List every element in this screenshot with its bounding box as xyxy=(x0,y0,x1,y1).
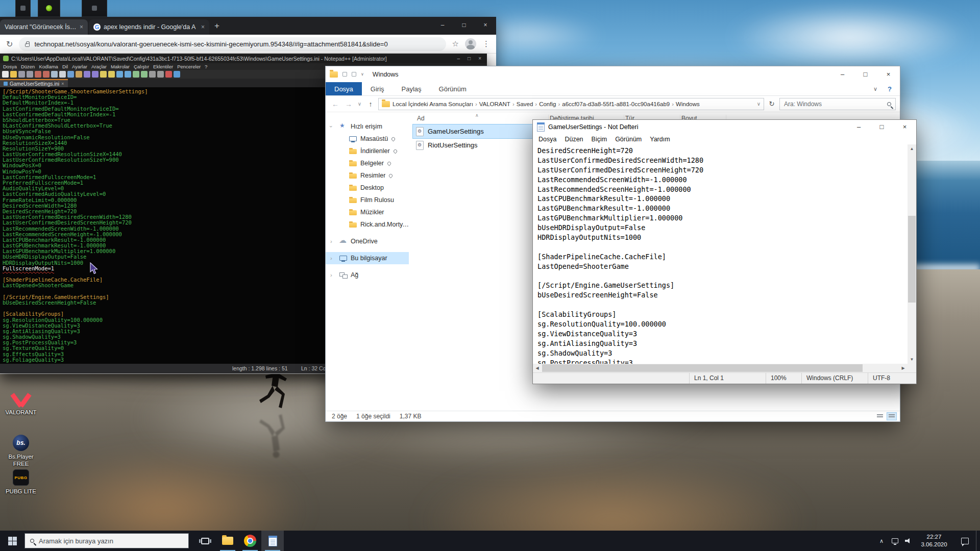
sidebar-item[interactable]: Rick.and.Morty.S04... xyxy=(326,218,409,231)
sidebar-item[interactable]: Bu bilgisayar xyxy=(326,252,409,264)
ribbon-tab[interactable]: Giriş xyxy=(362,82,393,95)
customize-toolbar-icon[interactable]: ∨ xyxy=(361,72,364,77)
toolbar-icon[interactable] xyxy=(100,71,107,78)
breadcrumb-item[interactable]: a6ccf07a-d3a8-55f1-a881-0cc90a416ab9 xyxy=(556,101,670,107)
action-center-button[interactable] xyxy=(953,531,976,551)
scrollbar-thumb[interactable] xyxy=(908,216,916,303)
sidebar-item[interactable]: Masaüstü xyxy=(326,133,409,145)
toolbar-icon[interactable] xyxy=(116,71,123,78)
toolbar-icon[interactable] xyxy=(157,71,164,78)
close-button[interactable]: × xyxy=(476,56,484,61)
explorer-titlebar[interactable]: ∨ Windows – □ × xyxy=(326,66,900,82)
toolbar-icon[interactable] xyxy=(125,71,131,78)
menu-item[interactable]: Biçim xyxy=(587,136,611,143)
menu-item[interactable]: Dil xyxy=(60,64,70,69)
chevron-icon[interactable] xyxy=(330,272,332,278)
chevron-icon[interactable] xyxy=(328,126,334,128)
details-view-button[interactable] xyxy=(887,412,897,420)
browser-tab-valorant[interactable]: Valorant "Görünecek İsmi Seç × xyxy=(0,19,88,35)
minimize-button[interactable]: – xyxy=(455,56,463,61)
tab-close-icon[interactable]: × xyxy=(80,23,83,31)
breadcrumb-item[interactable]: Windows xyxy=(670,101,700,107)
menu-item[interactable]: Araçlar xyxy=(89,64,109,69)
ribbon-collapse-icon[interactable]: ∨ xyxy=(873,82,877,96)
toolbar-icon[interactable] xyxy=(149,71,156,78)
profile-avatar[interactable] xyxy=(465,38,476,49)
menu-item[interactable]: Kodlama xyxy=(37,64,60,69)
quick-access-button[interactable] xyxy=(352,72,356,77)
menu-item[interactable]: Görünüm xyxy=(611,136,646,143)
toolbar-icon[interactable] xyxy=(2,71,9,78)
minimize-button[interactable]: – xyxy=(432,17,453,33)
hidden-icons-button[interactable]: ∧ xyxy=(875,531,888,551)
breadcrumb-item[interactable]: VALORANT xyxy=(473,101,510,107)
notepad-titlebar[interactable]: GameUserSettings - Not Defteri – □ × xyxy=(533,120,916,134)
maximize-button[interactable]: □ xyxy=(465,56,473,61)
refresh-icon[interactable]: ↻ xyxy=(766,100,777,108)
maximize-button[interactable]: □ xyxy=(870,120,893,134)
notepad-editor[interactable]: DesiredScreenHeight=720LastUserConfirmed… xyxy=(533,144,908,364)
sidebar-item[interactable]: Film Rulosu xyxy=(326,194,409,206)
taskbar-chrome-button[interactable] xyxy=(239,531,261,551)
menu-item[interactable]: ? xyxy=(203,64,209,69)
toolbar-icon[interactable] xyxy=(27,71,33,78)
ribbon-tab[interactable]: Görünüm xyxy=(430,82,475,95)
ribbon-tab[interactable]: Dosya xyxy=(326,82,362,95)
breadcrumb-item[interactable]: Config xyxy=(533,101,556,107)
close-button[interactable]: × xyxy=(877,66,900,82)
horizontal-scrollbar[interactable]: ◀ ▶ xyxy=(533,364,908,372)
browser-menu-icon[interactable]: ⋮ xyxy=(482,39,490,48)
scrollbar-thumb[interactable] xyxy=(542,364,863,372)
scroll-up-icon[interactable]: ▲ xyxy=(908,144,916,153)
menu-item[interactable]: Dosya xyxy=(534,136,560,143)
up-button[interactable]: ↑ xyxy=(365,100,376,108)
vertical-scrollbar[interactable]: ▲ ▼ xyxy=(908,144,916,364)
maximize-button[interactable]: □ xyxy=(453,17,475,33)
toolbar-icon[interactable] xyxy=(174,71,180,78)
sidebar-item[interactable]: OneDrive xyxy=(326,235,409,247)
network-icon[interactable] xyxy=(888,531,901,551)
back-button[interactable]: ← xyxy=(330,100,341,108)
sidebar-item[interactable]: Müzikler xyxy=(326,206,409,218)
scroll-down-icon[interactable]: ▼ xyxy=(908,355,916,364)
quick-access-button[interactable] xyxy=(342,72,347,77)
menu-item[interactable]: Düzen xyxy=(19,64,37,69)
sidebar-item[interactable]: İndirilenler xyxy=(326,145,409,157)
tab-close-icon[interactable]: × xyxy=(201,23,205,31)
toolbar-icon[interactable] xyxy=(165,71,172,78)
chevron-icon[interactable] xyxy=(330,238,332,244)
bookmark-star-icon[interactable]: ☆ xyxy=(452,39,459,48)
toolbar-icon[interactable] xyxy=(133,71,139,78)
toolbar-icon[interactable] xyxy=(67,71,74,78)
desktop-icon-pubg-lite[interactable]: PUBG PUBG LITE xyxy=(1,469,41,495)
menu-item[interactable]: Düzen xyxy=(560,136,587,143)
explorer-search-input[interactable]: Ara: Windows xyxy=(779,98,896,110)
menu-item[interactable]: Eklentiler xyxy=(151,64,175,69)
maximize-button[interactable]: □ xyxy=(854,66,877,82)
sidebar-item[interactable]: Ağ xyxy=(326,269,409,281)
forward-button[interactable]: → xyxy=(343,100,354,108)
close-button[interactable]: × xyxy=(893,120,916,134)
sidebar-item[interactable]: Desktop xyxy=(326,182,409,194)
toolbar-icon[interactable] xyxy=(18,71,25,78)
toolbar-icon[interactable] xyxy=(10,71,17,78)
toolbar-icon[interactable] xyxy=(92,71,99,78)
taskbar-clock[interactable]: 22:27 3.06.2020 xyxy=(915,533,953,548)
sidebar-item[interactable]: Resimler xyxy=(326,169,409,182)
toolbar-icon[interactable] xyxy=(141,71,148,78)
toolbar-icon[interactable] xyxy=(51,71,58,78)
scroll-right-icon[interactable]: ▶ xyxy=(899,364,908,372)
notepadpp-titlebar[interactable]: C:\Users\User\AppData\Local\VALORANT\Sav… xyxy=(0,54,487,63)
toolbar-icon[interactable] xyxy=(35,71,41,78)
menu-item[interactable]: Ayarlar xyxy=(70,64,89,69)
desktop-icon-valorant[interactable]: VALORANT xyxy=(1,393,41,416)
help-icon[interactable]: ? xyxy=(888,82,892,96)
address-dropdown-icon[interactable]: ∨ xyxy=(757,101,761,107)
close-button[interactable]: × xyxy=(475,17,496,33)
toolbar-icon[interactable] xyxy=(84,71,90,78)
column-header[interactable]: Ad xyxy=(416,115,549,122)
sidebar-item[interactable]: Hızlı erişim xyxy=(326,120,409,133)
breadcrumb-item[interactable]: Local İçindeki Arama Sonuçları xyxy=(393,101,473,107)
new-tab-button[interactable]: + xyxy=(214,21,219,31)
menu-item[interactable]: Yardım xyxy=(646,136,674,143)
